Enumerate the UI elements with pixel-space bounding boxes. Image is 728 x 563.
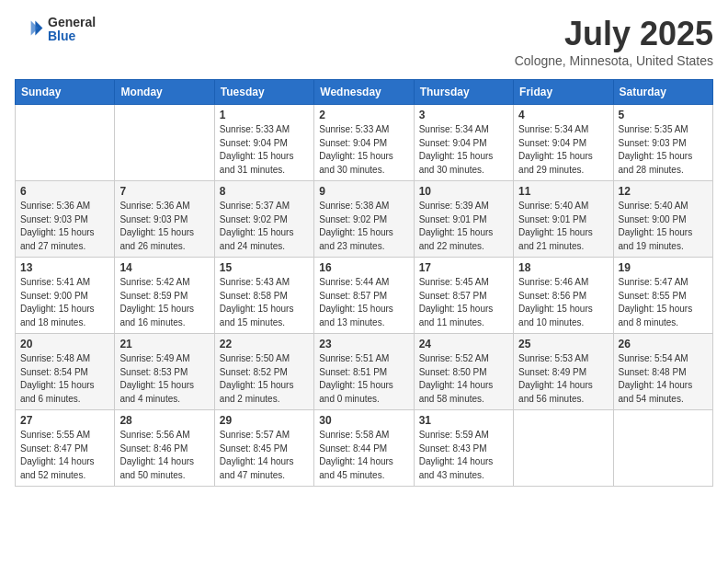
daylight-text: Daylight: 15 hours and 15 minutes. xyxy=(220,304,294,327)
calendar-day-cell: 3 Sunrise: 5:34 AM Sunset: 9:04 PM Dayli… xyxy=(414,105,513,181)
sunset-text: Sunset: 8:56 PM xyxy=(518,291,586,301)
calendar-day-cell: 12 Sunrise: 5:40 AM Sunset: 9:00 PM Dayl… xyxy=(613,181,712,258)
sunset-text: Sunset: 8:54 PM xyxy=(20,367,88,377)
daylight-text: Daylight: 14 hours and 54 minutes. xyxy=(619,380,693,404)
day-info: Sunrise: 5:38 AM Sunset: 9:02 PM Dayligh… xyxy=(319,200,408,253)
sunset-text: Sunset: 8:51 PM xyxy=(319,367,387,377)
day-info: Sunrise: 5:34 AM Sunset: 9:04 PM Dayligh… xyxy=(419,123,508,177)
calendar-day-cell: 30 Sunrise: 5:58 AM Sunset: 8:44 PM Dayl… xyxy=(314,410,414,487)
calendar-day-cell: 21 Sunrise: 5:49 AM Sunset: 8:53 PM Dayl… xyxy=(115,334,214,410)
daylight-text: Daylight: 15 hours and 26 minutes. xyxy=(119,227,194,251)
calendar-day-cell: 10 Sunrise: 5:39 AM Sunset: 9:01 PM Dayl… xyxy=(414,181,513,258)
day-info: Sunrise: 5:33 AM Sunset: 9:04 PM Dayligh… xyxy=(220,123,309,177)
sunset-text: Sunset: 8:53 PM xyxy=(119,367,188,377)
sunset-text: Sunset: 8:45 PM xyxy=(220,443,288,454)
calendar-day-cell: 29 Sunrise: 5:57 AM Sunset: 8:45 PM Dayl… xyxy=(214,410,313,487)
day-number: 20 xyxy=(20,338,109,350)
sunset-text: Sunset: 9:02 PM xyxy=(220,214,288,224)
day-number: 17 xyxy=(419,261,508,274)
day-number: 5 xyxy=(619,109,708,121)
calendar-day-cell: 16 Sunrise: 5:44 AM Sunset: 8:57 PM Dayl… xyxy=(314,258,414,334)
day-info: Sunrise: 5:52 AM Sunset: 8:50 PM Dayligh… xyxy=(419,352,508,406)
sunrise-text: Sunrise: 5:37 AM xyxy=(220,201,290,211)
day-number: 25 xyxy=(518,338,608,350)
day-info: Sunrise: 5:50 AM Sunset: 8:52 PM Dayligh… xyxy=(220,352,309,406)
day-number: 22 xyxy=(220,338,309,350)
day-info: Sunrise: 5:43 AM Sunset: 8:58 PM Dayligh… xyxy=(220,276,309,329)
day-number: 24 xyxy=(419,338,508,350)
sunset-text: Sunset: 8:43 PM xyxy=(419,443,487,454)
calendar-week-row: 6 Sunrise: 5:36 AM Sunset: 9:03 PM Dayli… xyxy=(16,181,713,258)
day-info: Sunrise: 5:45 AM Sunset: 8:57 PM Dayligh… xyxy=(419,276,508,329)
day-number: 30 xyxy=(319,414,408,427)
daylight-text: Daylight: 15 hours and 21 minutes. xyxy=(518,227,593,251)
calendar-day-cell: 4 Sunrise: 5:34 AM Sunset: 9:04 PM Dayli… xyxy=(514,105,613,181)
weekday-header: Sunday xyxy=(16,80,115,105)
calendar-day-cell: 19 Sunrise: 5:47 AM Sunset: 8:55 PM Dayl… xyxy=(613,258,712,334)
sunrise-text: Sunrise: 5:49 AM xyxy=(119,353,189,363)
day-info: Sunrise: 5:40 AM Sunset: 9:00 PM Dayligh… xyxy=(619,200,708,253)
daylight-text: Daylight: 15 hours and 23 minutes. xyxy=(319,227,393,251)
day-number: 12 xyxy=(619,185,708,198)
sunrise-text: Sunrise: 5:45 AM xyxy=(419,277,489,287)
weekday-header: Thursday xyxy=(414,80,513,105)
day-info: Sunrise: 5:53 AM Sunset: 8:49 PM Dayligh… xyxy=(518,352,608,406)
sunset-text: Sunset: 9:02 PM xyxy=(319,214,387,224)
sunset-text: Sunset: 9:04 PM xyxy=(518,138,586,148)
day-number: 1 xyxy=(220,109,309,121)
weekday-header: Saturday xyxy=(613,80,712,105)
daylight-text: Daylight: 15 hours and 16 minutes. xyxy=(119,304,194,327)
daylight-text: Daylight: 14 hours and 56 minutes. xyxy=(518,380,593,404)
daylight-text: Daylight: 14 hours and 52 minutes. xyxy=(20,456,95,480)
day-info: Sunrise: 5:48 AM Sunset: 8:54 PM Dayligh… xyxy=(20,352,109,406)
calendar-day-cell xyxy=(613,410,712,487)
daylight-text: Daylight: 14 hours and 45 minutes. xyxy=(319,456,393,480)
calendar-day-cell: 9 Sunrise: 5:38 AM Sunset: 9:02 PM Dayli… xyxy=(314,181,414,258)
day-info: Sunrise: 5:39 AM Sunset: 9:01 PM Dayligh… xyxy=(419,200,508,253)
calendar-day-cell: 24 Sunrise: 5:52 AM Sunset: 8:50 PM Dayl… xyxy=(414,334,513,410)
daylight-text: Daylight: 14 hours and 58 minutes. xyxy=(419,380,494,404)
weekday-header: Wednesday xyxy=(314,80,414,105)
sunset-text: Sunset: 9:03 PM xyxy=(20,214,88,224)
sunrise-text: Sunrise: 5:57 AM xyxy=(220,430,290,440)
day-number: 7 xyxy=(119,185,209,198)
sunrise-text: Sunrise: 5:55 AM xyxy=(20,430,90,440)
sunset-text: Sunset: 8:55 PM xyxy=(619,291,687,301)
sunrise-text: Sunrise: 5:44 AM xyxy=(319,277,389,287)
sunset-text: Sunset: 8:52 PM xyxy=(220,367,288,377)
daylight-text: Daylight: 14 hours and 50 minutes. xyxy=(119,456,194,480)
calendar-day-cell: 17 Sunrise: 5:45 AM Sunset: 8:57 PM Dayl… xyxy=(414,258,513,334)
sunrise-text: Sunrise: 5:52 AM xyxy=(419,353,489,363)
daylight-text: Daylight: 15 hours and 0 minutes. xyxy=(319,380,393,404)
calendar-week-row: 27 Sunrise: 5:55 AM Sunset: 8:47 PM Dayl… xyxy=(16,410,713,487)
sunset-text: Sunset: 8:49 PM xyxy=(518,367,586,377)
sunrise-text: Sunrise: 5:56 AM xyxy=(119,430,189,440)
day-info: Sunrise: 5:51 AM Sunset: 8:51 PM Dayligh… xyxy=(319,352,408,406)
calendar-day-cell: 31 Sunrise: 5:59 AM Sunset: 8:43 PM Dayl… xyxy=(414,410,513,487)
daylight-text: Daylight: 15 hours and 31 minutes. xyxy=(220,151,294,175)
weekday-header: Friday xyxy=(514,80,613,105)
day-number: 4 xyxy=(518,109,608,121)
calendar-day-cell: 28 Sunrise: 5:56 AM Sunset: 8:46 PM Dayl… xyxy=(115,410,214,487)
day-number: 19 xyxy=(619,261,708,274)
sunset-text: Sunset: 8:58 PM xyxy=(220,291,288,301)
weekday-header-row: SundayMondayTuesdayWednesdayThursdayFrid… xyxy=(16,80,713,105)
calendar-day-cell: 25 Sunrise: 5:53 AM Sunset: 8:49 PM Dayl… xyxy=(514,334,613,410)
sunset-text: Sunset: 8:57 PM xyxy=(319,291,387,301)
sunrise-text: Sunrise: 5:59 AM xyxy=(419,430,489,440)
day-info: Sunrise: 5:41 AM Sunset: 9:00 PM Dayligh… xyxy=(20,276,109,329)
sunrise-text: Sunrise: 5:53 AM xyxy=(518,353,588,363)
daylight-text: Daylight: 15 hours and 18 minutes. xyxy=(20,304,95,327)
day-info: Sunrise: 5:57 AM Sunset: 8:45 PM Dayligh… xyxy=(220,429,309,482)
calendar-week-row: 20 Sunrise: 5:48 AM Sunset: 8:54 PM Dayl… xyxy=(16,334,713,410)
calendar-day-cell: 7 Sunrise: 5:36 AM Sunset: 9:03 PM Dayli… xyxy=(115,181,214,258)
calendar-day-cell: 11 Sunrise: 5:40 AM Sunset: 9:01 PM Dayl… xyxy=(514,181,613,258)
daylight-text: Daylight: 15 hours and 27 minutes. xyxy=(20,227,95,251)
day-info: Sunrise: 5:40 AM Sunset: 9:01 PM Dayligh… xyxy=(518,200,608,253)
calendar-day-cell: 20 Sunrise: 5:48 AM Sunset: 8:54 PM Dayl… xyxy=(16,334,115,410)
day-number: 2 xyxy=(319,109,408,121)
calendar-day-cell: 26 Sunrise: 5:54 AM Sunset: 8:48 PM Dayl… xyxy=(613,334,712,410)
calendar-table: SundayMondayTuesdayWednesdayThursdayFrid… xyxy=(15,79,713,487)
day-info: Sunrise: 5:37 AM Sunset: 9:02 PM Dayligh… xyxy=(220,200,309,253)
daylight-text: Daylight: 15 hours and 4 minutes. xyxy=(119,380,194,404)
